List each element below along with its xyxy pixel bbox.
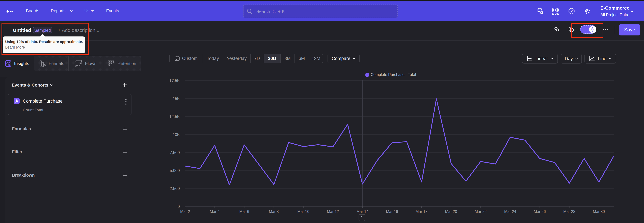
svg-text:5,000: 5,000 — [170, 168, 180, 173]
svg-text:0: 0 — [178, 204, 180, 209]
svg-text:Mar 26: Mar 26 — [534, 209, 546, 214]
svg-text:Mar 16: Mar 16 — [386, 209, 398, 214]
svg-text:15K: 15K — [172, 96, 180, 101]
svg-text:7,500: 7,500 — [170, 150, 180, 155]
svg-text:10K: 10K — [172, 132, 180, 137]
svg-text:Mar 6: Mar 6 — [239, 209, 249, 214]
svg-text:Mar 28: Mar 28 — [563, 209, 576, 214]
svg-text:Mar 10: Mar 10 — [297, 209, 310, 214]
svg-text:Mar 2: Mar 2 — [180, 209, 190, 214]
svg-text:2,500: 2,500 — [170, 186, 180, 191]
svg-text:Mar 14: Mar 14 — [356, 209, 368, 214]
svg-text:17.5K: 17.5K — [169, 78, 180, 83]
svg-text:Mar 20: Mar 20 — [445, 209, 457, 214]
svg-text:?: ? — [570, 9, 572, 13]
svg-text:Mar 4: Mar 4 — [210, 209, 220, 214]
svg-text:Mar 18: Mar 18 — [416, 209, 428, 214]
svg-text:Mar 8: Mar 8 — [269, 209, 279, 214]
svg-text:12.5K: 12.5K — [169, 114, 180, 119]
svg-text:Mar 24: Mar 24 — [504, 209, 516, 214]
svg-text:Mar 22: Mar 22 — [474, 209, 487, 214]
svg-text:Mar 30: Mar 30 — [593, 209, 605, 214]
svg-text:Mar 12: Mar 12 — [327, 209, 339, 214]
